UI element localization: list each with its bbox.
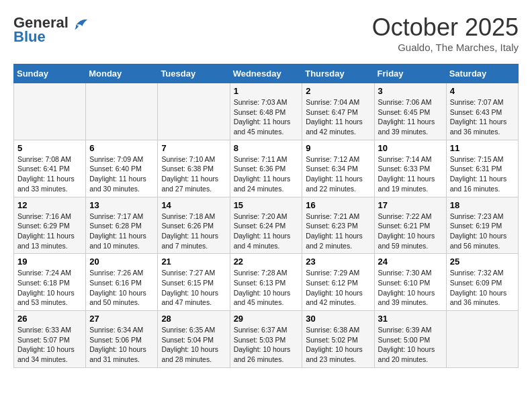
col-header-sunday: Sunday: [14, 64, 86, 83]
calendar-cell: 10Sunrise: 7:14 AM Sunset: 6:33 PM Dayli…: [374, 140, 446, 197]
calendar-cell: 21Sunrise: 7:27 AM Sunset: 6:15 PM Dayli…: [158, 254, 230, 311]
day-number: 16: [306, 200, 370, 210]
location-subtitle: Gualdo, The Marches, Italy: [372, 42, 519, 53]
day-number: 3: [378, 86, 443, 96]
day-number: 31: [378, 314, 443, 324]
day-info: Sunrise: 7:22 AM Sunset: 6:21 PM Dayligh…: [378, 212, 443, 251]
day-info: Sunrise: 7:06 AM Sunset: 6:45 PM Dayligh…: [378, 97, 443, 137]
calendar-cell: 5Sunrise: 7:08 AM Sunset: 6:41 PM Daylig…: [14, 140, 86, 197]
day-number: 4: [450, 86, 515, 96]
calendar-week-row: 1Sunrise: 7:03 AM Sunset: 6:48 PM Daylig…: [14, 83, 519, 140]
day-info: Sunrise: 7:11 AM Sunset: 6:36 PM Dayligh…: [234, 154, 299, 194]
col-header-thursday: Thursday: [302, 64, 374, 83]
day-number: 12: [17, 200, 82, 210]
month-title: October 2025: [372, 13, 519, 42]
page-header: General Blue October 2025 Gualdo, The Ma…: [13, 13, 519, 53]
calendar-cell: 28Sunrise: 6:35 AM Sunset: 5:04 PM Dayli…: [158, 311, 230, 368]
calendar-week-row: 19Sunrise: 7:24 AM Sunset: 6:18 PM Dayli…: [14, 254, 519, 311]
day-number: 25: [450, 257, 515, 267]
day-number: 10: [378, 143, 443, 153]
day-number: 22: [234, 257, 299, 267]
day-info: Sunrise: 7:09 AM Sunset: 6:40 PM Dayligh…: [89, 154, 154, 194]
day-number: 27: [89, 314, 154, 324]
day-number: 13: [89, 200, 154, 210]
day-number: 14: [161, 200, 226, 210]
calendar-cell: [14, 83, 86, 140]
col-header-tuesday: Tuesday: [158, 64, 230, 83]
day-number: 19: [17, 257, 82, 267]
day-number: 9: [306, 143, 370, 153]
day-number: 1: [234, 86, 299, 96]
day-number: 24: [378, 257, 443, 267]
calendar-table: SundayMondayTuesdayWednesdayThursdayFrid…: [13, 64, 519, 368]
calendar-cell: 12Sunrise: 7:16 AM Sunset: 6:29 PM Dayli…: [14, 197, 86, 254]
day-number: 30: [306, 314, 370, 324]
col-header-saturday: Saturday: [446, 64, 518, 83]
day-info: Sunrise: 7:32 AM Sunset: 6:09 PM Dayligh…: [450, 268, 515, 308]
day-info: Sunrise: 7:28 AM Sunset: 6:13 PM Dayligh…: [234, 268, 299, 308]
title-block: October 2025 Gualdo, The Marches, Italy: [372, 13, 519, 53]
day-info: Sunrise: 7:15 AM Sunset: 6:31 PM Dayligh…: [450, 154, 515, 194]
day-info: Sunrise: 7:08 AM Sunset: 6:41 PM Dayligh…: [17, 154, 82, 194]
calendar-cell: 13Sunrise: 7:17 AM Sunset: 6:28 PM Dayli…: [86, 197, 158, 254]
day-info: Sunrise: 7:10 AM Sunset: 6:38 PM Dayligh…: [161, 154, 226, 194]
day-number: 21: [161, 257, 226, 267]
calendar-cell: 29Sunrise: 6:37 AM Sunset: 5:03 PM Dayli…: [230, 311, 302, 368]
calendar-cell: [86, 83, 158, 140]
day-number: 7: [161, 143, 226, 153]
calendar-cell: 22Sunrise: 7:28 AM Sunset: 6:13 PM Dayli…: [230, 254, 302, 311]
logo: General Blue: [13, 13, 89, 46]
calendar-cell: 15Sunrise: 7:20 AM Sunset: 6:24 PM Dayli…: [230, 197, 302, 254]
calendar-cell: 8Sunrise: 7:11 AM Sunset: 6:36 PM Daylig…: [230, 140, 302, 197]
day-number: 2: [306, 86, 370, 96]
day-info: Sunrise: 7:07 AM Sunset: 6:43 PM Dayligh…: [450, 97, 515, 137]
day-number: 18: [450, 200, 515, 210]
calendar-cell: 9Sunrise: 7:12 AM Sunset: 6:34 PM Daylig…: [302, 140, 374, 197]
calendar-week-row: 5Sunrise: 7:08 AM Sunset: 6:41 PM Daylig…: [14, 140, 519, 197]
day-info: Sunrise: 6:33 AM Sunset: 5:07 PM Dayligh…: [17, 325, 82, 365]
day-number: 20: [89, 257, 154, 267]
calendar-cell: 16Sunrise: 7:21 AM Sunset: 6:23 PM Dayli…: [302, 197, 374, 254]
day-info: Sunrise: 7:30 AM Sunset: 6:10 PM Dayligh…: [378, 268, 443, 308]
calendar-cell: 20Sunrise: 7:26 AM Sunset: 6:16 PM Dayli…: [86, 254, 158, 311]
calendar-cell: [158, 83, 230, 140]
day-number: 26: [17, 314, 82, 324]
day-info: Sunrise: 6:37 AM Sunset: 5:03 PM Dayligh…: [234, 325, 299, 365]
day-number: 29: [234, 314, 299, 324]
day-number: 5: [17, 143, 82, 153]
calendar-week-row: 26Sunrise: 6:33 AM Sunset: 5:07 PM Dayli…: [14, 311, 519, 368]
calendar-cell: 24Sunrise: 7:30 AM Sunset: 6:10 PM Dayli…: [374, 254, 446, 311]
day-info: Sunrise: 7:12 AM Sunset: 6:34 PM Dayligh…: [306, 154, 370, 194]
calendar-cell: 14Sunrise: 7:18 AM Sunset: 6:26 PM Dayli…: [158, 197, 230, 254]
day-info: Sunrise: 6:35 AM Sunset: 5:04 PM Dayligh…: [161, 325, 226, 365]
col-header-wednesday: Wednesday: [230, 64, 302, 83]
day-number: 15: [234, 200, 299, 210]
day-number: 8: [234, 143, 299, 153]
calendar-cell: 31Sunrise: 6:39 AM Sunset: 5:00 PM Dayli…: [374, 311, 446, 368]
day-number: 23: [306, 257, 370, 267]
day-info: Sunrise: 6:39 AM Sunset: 5:00 PM Dayligh…: [378, 325, 443, 365]
day-info: Sunrise: 7:03 AM Sunset: 6:48 PM Dayligh…: [234, 97, 299, 137]
calendar-cell: 25Sunrise: 7:32 AM Sunset: 6:09 PM Dayli…: [446, 254, 518, 311]
calendar-cell: 7Sunrise: 7:10 AM Sunset: 6:38 PM Daylig…: [158, 140, 230, 197]
calendar-cell: 2Sunrise: 7:04 AM Sunset: 6:47 PM Daylig…: [302, 83, 374, 140]
calendar-cell: 30Sunrise: 6:38 AM Sunset: 5:02 PM Dayli…: [302, 311, 374, 368]
day-info: Sunrise: 7:23 AM Sunset: 6:19 PM Dayligh…: [450, 212, 515, 251]
col-header-monday: Monday: [86, 64, 158, 83]
day-number: 17: [378, 200, 443, 210]
day-info: Sunrise: 7:24 AM Sunset: 6:18 PM Dayligh…: [17, 268, 82, 308]
col-header-friday: Friday: [374, 64, 446, 83]
day-info: Sunrise: 7:14 AM Sunset: 6:33 PM Dayligh…: [378, 154, 443, 194]
day-info: Sunrise: 7:20 AM Sunset: 6:24 PM Dayligh…: [234, 212, 299, 251]
day-info: Sunrise: 7:27 AM Sunset: 6:15 PM Dayligh…: [161, 268, 226, 308]
day-number: 28: [161, 314, 226, 324]
day-info: Sunrise: 7:29 AM Sunset: 6:12 PM Dayligh…: [306, 268, 370, 308]
calendar-cell: 19Sunrise: 7:24 AM Sunset: 6:18 PM Dayli…: [14, 254, 86, 311]
day-info: Sunrise: 7:21 AM Sunset: 6:23 PM Dayligh…: [306, 212, 370, 251]
day-info: Sunrise: 7:17 AM Sunset: 6:28 PM Dayligh…: [89, 212, 154, 251]
logo-bird-icon: [70, 13, 89, 32]
calendar-cell: 1Sunrise: 7:03 AM Sunset: 6:48 PM Daylig…: [230, 83, 302, 140]
day-info: Sunrise: 7:18 AM Sunset: 6:26 PM Dayligh…: [161, 212, 226, 251]
day-number: 6: [89, 143, 154, 153]
day-info: Sunrise: 7:26 AM Sunset: 6:16 PM Dayligh…: [89, 268, 154, 308]
